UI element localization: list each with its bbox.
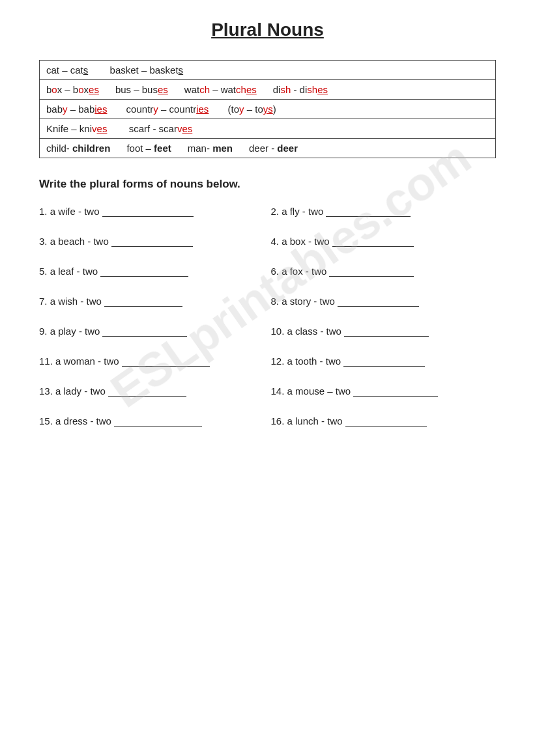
answer-blank[interactable]: [111, 235, 193, 247]
answer-blank[interactable]: [102, 325, 187, 337]
exercise-text: a lunch - two: [287, 415, 343, 427]
exercise-text: a mouse – two: [287, 385, 351, 397]
exercise-item: 10. a class - two: [271, 325, 497, 337]
exercise-item: 9. a play - two: [39, 325, 265, 337]
answer-blank[interactable]: [332, 235, 414, 247]
exercise-number: 12.: [271, 356, 285, 367]
table-row: box – boxes bus – buses watch – watches …: [40, 80, 496, 100]
exercise-row: 11. a woman - two 12. a tooth - two: [39, 355, 496, 367]
exercise-text: a wish - two: [50, 296, 102, 307]
answer-blank[interactable]: [344, 325, 429, 337]
exercise-row: 13. a lady - two 14. a mouse – two: [39, 385, 496, 397]
answer-blank[interactable]: [108, 385, 186, 397]
exercise-text: a leaf - two: [50, 266, 98, 277]
exercise-number: 7.: [39, 296, 48, 307]
exercise-text: a tooth - two: [287, 356, 341, 367]
exercise-item: 12. a tooth - two: [271, 355, 497, 367]
exercise-text: a woman - two: [55, 356, 119, 367]
exercise-number: 16.: [271, 415, 285, 427]
exercise-row: 9. a play - two 10. a class - two: [39, 325, 496, 337]
exercise-number: 8.: [271, 296, 280, 307]
answer-blank[interactable]: [343, 355, 425, 367]
answer-blank[interactable]: [114, 415, 202, 427]
exercise-row: 1. a wife - two 2. a fly - two: [39, 205, 496, 217]
exercise-item: 7. a wish - two: [39, 295, 265, 307]
answer-blank[interactable]: [122, 355, 210, 367]
table-row: Knife – knives scarf - scarves: [40, 119, 496, 139]
cats-underline: s: [83, 64, 89, 76]
exercise-text: a lady - two: [55, 385, 106, 397]
exercise-number: 9.: [39, 326, 48, 337]
exercise-item: 6. a fox - two: [271, 265, 497, 277]
exercise-item: 4. a box - two: [271, 235, 497, 247]
answer-blank[interactable]: [326, 205, 411, 217]
exercise-row: 3. a beach - two 4. a box - two: [39, 235, 496, 247]
exercise-text: a beach - two: [50, 236, 109, 247]
page-title: Plural Nouns: [39, 20, 496, 40]
table-row: child- children foot – feet man- men dee…: [40, 139, 496, 158]
baskets-underline: s: [179, 64, 184, 76]
exercise-number: 2.: [271, 206, 280, 217]
exercise-number: 1.: [39, 206, 48, 217]
exercise-number: 3.: [39, 236, 48, 247]
table-row: cat – cats basket – baskets: [40, 61, 496, 80]
answer-blank[interactable]: [338, 295, 419, 307]
exercise-number: 14.: [271, 385, 285, 397]
exercise-item: 14. a mouse – two: [271, 385, 497, 397]
answer-blank[interactable]: [329, 265, 414, 277]
exercise-item: 2. a fly - two: [271, 205, 497, 217]
exercise-text: a box - two: [282, 236, 329, 247]
exercise-number: 13.: [39, 385, 53, 397]
exercise-text: a fox - two: [282, 266, 326, 277]
exercise-text: a class - two: [287, 326, 341, 337]
answer-blank[interactable]: [104, 295, 182, 307]
exercise-number: 11.: [39, 356, 53, 367]
answer-blank[interactable]: [102, 205, 194, 217]
answer-blank[interactable]: [100, 265, 188, 277]
exercise-number: 5.: [39, 266, 48, 277]
exercise-number: 4.: [271, 236, 280, 247]
exercise-row: 15. a dress - two 16. a lunch - two: [39, 415, 496, 427]
exercise-item: 1. a wife - two: [39, 205, 265, 217]
rules-table: cat – cats basket – baskets box – boxes …: [39, 60, 496, 158]
exercise-item: 3. a beach - two: [39, 235, 265, 247]
exercise-text: a wife - two: [50, 206, 100, 217]
exercise-row: 7. a wish - two 8. a story - two: [39, 295, 496, 307]
exercise-number: 6.: [271, 266, 280, 277]
exercise-item: 15. a dress - two: [39, 415, 265, 427]
answer-blank[interactable]: [345, 415, 427, 427]
exercise-number: 10.: [271, 326, 285, 337]
instructions: Write the plural forms of nouns below.: [39, 178, 496, 191]
exercises-section: 1. a wife - two 2. a fly - two 3. a beac…: [39, 205, 496, 427]
exercise-item: 16. a lunch - two: [271, 415, 497, 427]
exercise-item: 8. a story - two: [271, 295, 497, 307]
exercise-row: 5. a leaf - two 6. a fox - two: [39, 265, 496, 277]
exercise-number: 15.: [39, 415, 53, 427]
exercise-text: a story - two: [282, 296, 335, 307]
table-row: baby – babies country – countries (toy –…: [40, 100, 496, 119]
exercise-text: a play - two: [50, 326, 100, 337]
exercise-item: 13. a lady - two: [39, 385, 265, 397]
exercise-text: a dress - two: [55, 415, 111, 427]
exercise-item: 11. a woman - two: [39, 355, 265, 367]
exercise-text: a fly - two: [282, 206, 323, 217]
answer-blank[interactable]: [353, 385, 438, 397]
exercise-item: 5. a leaf - two: [39, 265, 265, 277]
